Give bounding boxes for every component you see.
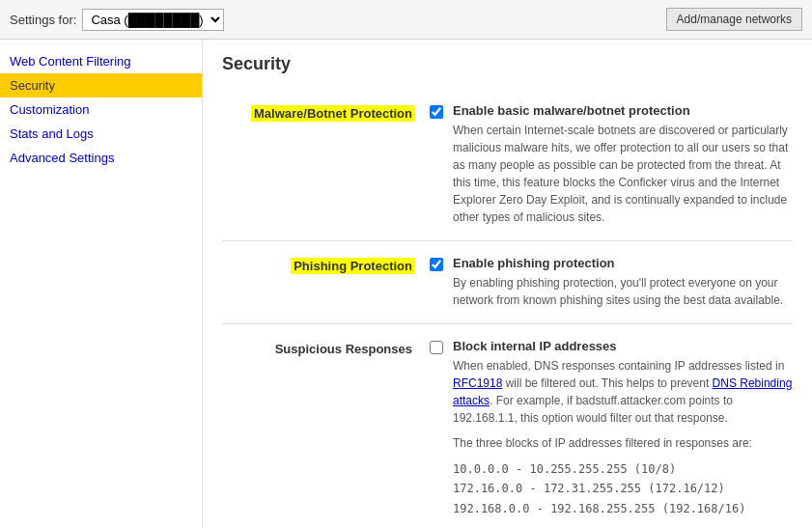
suspicious-responses-checkbox[interactable] [430, 341, 443, 354]
desc-part2: will be filtered out. This helps to prev… [502, 376, 712, 390]
malware-botnet-desc: When certain Internet-scale botnets are … [453, 122, 793, 226]
sidebar-item-stats-and-logs[interactable]: Stats and Logs [0, 122, 202, 146]
suspicious-responses-checkbox-col [430, 339, 443, 357]
phishing-checkbox[interactable] [430, 258, 443, 271]
page-title: Security [222, 54, 793, 74]
phishing-label: Phishing Protection [291, 258, 415, 274]
malware-botnet-section: Malware/Botnet Protection Enable basic m… [222, 89, 793, 241]
main-content: Security Malware/Botnet Protection Enabl… [203, 40, 812, 528]
add-networks-button[interactable]: Add/manage networks [666, 8, 802, 31]
malware-botnet-content: Enable basic malware/botnet protection W… [430, 103, 793, 226]
sidebar: Web Content Filtering Security Customiza… [0, 40, 203, 528]
suspicious-responses-desc: When enabled, DNS responses containing I… [453, 357, 793, 427]
suspicious-responses-label-col: Suspicious Responses [222, 339, 415, 518]
phishing-checkbox-col [430, 256, 443, 274]
sidebar-item-customization[interactable]: Customization [0, 97, 202, 122]
main-layout: Web Content Filtering Security Customiza… [0, 40, 812, 528]
phishing-desc: By enabling phishing protection, you'll … [453, 274, 793, 309]
suspicious-responses-title: Block internal IP addresses [453, 339, 793, 353]
phishing-text: Enable phishing protection By enabling p… [453, 256, 793, 309]
ip-range-2: 172.16.0.0 - 172.31.255.255 (172.16/12) [453, 479, 793, 498]
ip-note: The three blocks of IP addresses filtere… [453, 434, 793, 452]
suspicious-responses-section: Suspicious Responses Block internal IP a… [222, 324, 793, 528]
malware-botnet-label: Malware/Botnet Protection [251, 105, 415, 122]
suspicious-responses-label: Suspicious Responses [272, 341, 415, 357]
suspicious-responses-text: Block internal IP addresses When enabled… [453, 339, 793, 518]
desc-part1: When enabled, DNS responses containing I… [453, 359, 784, 373]
ip-range-1: 10.0.0.0 - 10.255.255.255 (10/8) [453, 459, 793, 479]
settings-for-label: Settings for: [10, 13, 76, 27]
ip-range-3: 192.168.0.0 - 192.168.255.255 (192.168/1… [453, 499, 793, 518]
suspicious-responses-content: Block internal IP addresses When enabled… [430, 339, 793, 518]
sidebar-item-advanced-settings[interactable]: Advanced Settings [0, 146, 202, 170]
malware-botnet-checkbox[interactable] [430, 105, 443, 119]
header-left: Settings for: Casa (████████) [10, 9, 224, 31]
phishing-content: Enable phishing protection By enabling p… [430, 256, 793, 309]
phishing-title: Enable phishing protection [453, 256, 793, 270]
sidebar-item-web-content-filtering[interactable]: Web Content Filtering [0, 49, 202, 73]
rfc1918-link[interactable]: RFC1918 [453, 376, 502, 390]
malware-botnet-title: Enable basic malware/botnet protection [453, 103, 793, 118]
ip-ranges: 10.0.0.0 - 10.255.255.255 (10/8) 172.16.… [453, 459, 793, 518]
malware-botnet-text: Enable basic malware/botnet protection W… [453, 103, 793, 226]
phishing-section: Phishing Protection Enable phishing prot… [222, 241, 793, 324]
phishing-label-col: Phishing Protection [222, 256, 415, 309]
malware-botnet-label-col: Malware/Botnet Protection [222, 103, 415, 226]
malware-botnet-checkbox-col [430, 103, 443, 122]
network-select[interactable]: Casa (████████) [82, 9, 224, 31]
header: Settings for: Casa (████████) Add/manage… [0, 0, 812, 40]
sidebar-item-security[interactable]: Security [0, 73, 202, 97]
desc-part3: . For example, if badstuff.attacker.com … [453, 394, 733, 425]
